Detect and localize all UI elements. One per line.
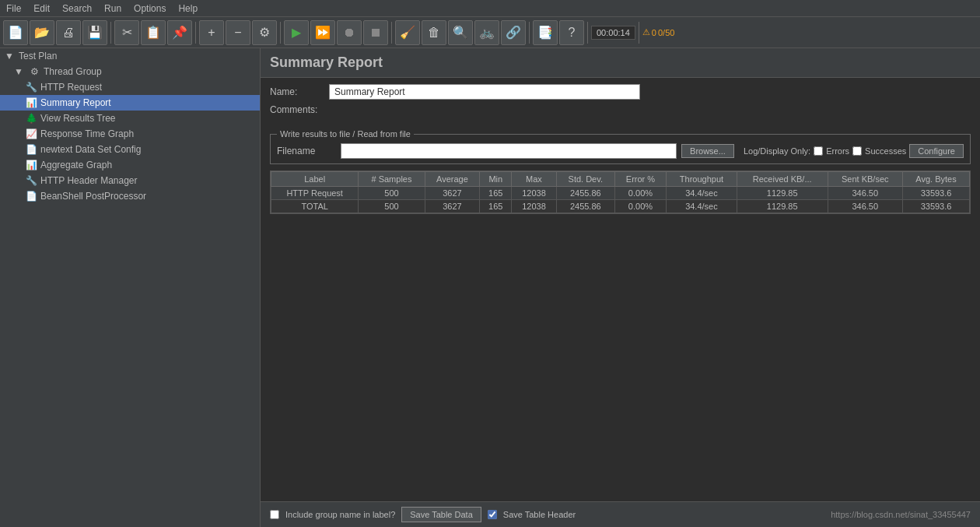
- report-button[interactable]: 📑: [533, 20, 558, 45]
- clear-button[interactable]: 🧹: [395, 20, 420, 45]
- table-cell: 1129.85: [737, 200, 828, 213]
- sidebar-item-thread-group[interactable]: ▼ ⚙ Thread Group: [0, 64, 260, 79]
- content-area: Summary Report Name: Comments: Write res…: [261, 48, 980, 527]
- sidebar-item-response-time-graph[interactable]: 📈 Response Time Graph: [0, 126, 260, 142]
- sidebar-item-http-request[interactable]: 🔧 HTTP Request: [0, 79, 260, 95]
- newtext-data-set-icon: 📄: [25, 143, 37, 156]
- clear-all-button[interactable]: 🗑: [422, 20, 446, 45]
- open-button[interactable]: 📂: [30, 20, 54, 45]
- thread-group-expand-icon: ▼: [12, 65, 25, 78]
- file-section: Write results to file / Read from file F…: [270, 129, 971, 164]
- paste-button[interactable]: 📌: [167, 20, 192, 45]
- play-all-button[interactable]: ⏩: [310, 20, 335, 45]
- cut-button[interactable]: ✂: [114, 20, 139, 45]
- sidebar-view-results-tree-label: View Results Tree: [40, 113, 116, 124]
- separator-5: [529, 22, 530, 44]
- report-table: Label # Samples Average Min Max Std. Dev…: [271, 171, 970, 213]
- table-cell: 165: [480, 187, 512, 200]
- table-cell: 165: [480, 200, 512, 213]
- sidebar-item-http-header-manager[interactable]: 🔧 HTTP Header Manager: [0, 173, 260, 188]
- shutdown-button[interactable]: ⏹: [363, 20, 388, 45]
- warning-icon: ⚠: [642, 27, 650, 37]
- report-header: Summary Report: [261, 48, 980, 78]
- sidebar-item-summary-report[interactable]: 📊 Summary Report: [0, 95, 260, 111]
- log-display-section: Log/Display Only: Errors Successes Confi…: [744, 144, 964, 158]
- include-group-checkbox[interactable]: [270, 510, 279, 519]
- table-cell: TOTAL: [271, 200, 359, 213]
- menu-options[interactable]: Options: [128, 2, 172, 16]
- report-form: Name: Comments:: [261, 78, 980, 126]
- sidebar-item-newtext-data-set[interactable]: 📄 newtext Data Set Config: [0, 142, 260, 157]
- file-row: Filename Browse... Log/Display Only: Err…: [277, 143, 964, 159]
- menu-help[interactable]: Help: [172, 2, 204, 16]
- separator-3: [280, 22, 281, 44]
- table-cell: 3627: [425, 187, 480, 200]
- separator-6: [587, 22, 588, 44]
- sidebar-thread-group-label: Thread Group: [44, 66, 102, 77]
- bottom-bar: Include group name in label? Save Table …: [261, 501, 980, 527]
- col-throughput: Throughput: [666, 172, 737, 187]
- help-button[interactable]: ?: [559, 20, 584, 45]
- table-cell: 346.50: [828, 187, 903, 200]
- play-button[interactable]: ▶: [284, 20, 309, 45]
- response-time-graph-icon: 📈: [25, 128, 37, 140]
- http-header-manager-icon: 🔧: [25, 174, 37, 187]
- menu-run[interactable]: Run: [98, 2, 128, 16]
- save-button[interactable]: 💾: [82, 20, 107, 45]
- name-input[interactable]: [329, 84, 640, 100]
- table-cell: 34.4/sec: [666, 187, 737, 200]
- beanshell-post-icon: 📄: [25, 190, 37, 202]
- remove-button[interactable]: −: [226, 20, 250, 45]
- warning-count: 0: [652, 28, 656, 37]
- test-plan-icon: ▼: [3, 50, 16, 62]
- filename-label: Filename: [277, 146, 331, 156]
- print-button[interactable]: 🖨: [56, 20, 81, 45]
- save-table-header-checkbox[interactable]: [488, 510, 497, 519]
- col-samples: # Samples: [359, 172, 425, 187]
- col-sent-kb: Sent KB/sec: [828, 172, 903, 187]
- sidebar-item-aggregate-graph[interactable]: 📊 Aggregate Graph: [0, 157, 260, 173]
- browse-button[interactable]: Browse...: [681, 144, 734, 158]
- report-title: Summary Report: [270, 54, 971, 71]
- table-cell: 2455.86: [556, 200, 614, 213]
- thread-group-icon: ⚙: [28, 65, 40, 78]
- sidebar-http-request-label: HTTP Request: [40, 82, 102, 93]
- menu-search[interactable]: Search: [56, 2, 98, 16]
- copy-button[interactable]: 📋: [141, 20, 166, 45]
- table-cell: 12038: [512, 187, 556, 200]
- sidebar-item-view-results-tree[interactable]: 🌲 View Results Tree: [0, 111, 260, 126]
- successes-label: Successes: [865, 146, 906, 156]
- col-max: Max: [512, 172, 556, 187]
- menu-bar: File Edit Search Run Options Help: [0, 0, 980, 17]
- toolbar: 📄 📂 🖨 💾 ✂ 📋 📌 + − ⚙ ▶ ⏩ ⏺ ⏹ 🧹 🗑 🔍 🚲 🔗 📑 …: [0, 17, 980, 48]
- http-request-icon: 🔧: [25, 81, 37, 93]
- stop-button[interactable]: ⏺: [337, 20, 362, 45]
- remote2-button[interactable]: 🔗: [501, 20, 526, 45]
- save-table-data-button[interactable]: Save Table Data: [401, 507, 481, 522]
- new-button[interactable]: 📄: [3, 20, 28, 45]
- successes-checkbox[interactable]: [852, 146, 862, 156]
- configure-button[interactable]: Configure: [909, 144, 964, 158]
- table-cell: 0.00%: [614, 200, 666, 213]
- add-button[interactable]: +: [199, 20, 224, 45]
- sidebar-item-beanshell-post[interactable]: 📄 BeanShell PostProcessor: [0, 188, 260, 204]
- menu-file[interactable]: File: [0, 2, 27, 16]
- errors-checkbox[interactable]: [814, 146, 823, 156]
- content-spacer: [261, 217, 980, 501]
- name-row: Name:: [270, 84, 971, 100]
- warning-display: ⚠ 0 0/50: [642, 27, 675, 37]
- separator-4: [391, 22, 392, 44]
- filename-input[interactable]: [341, 143, 677, 159]
- col-std-dev: Std. Dev.: [556, 172, 614, 187]
- sidebar-response-time-graph-label: Response Time Graph: [40, 128, 134, 139]
- settings-button[interactable]: ⚙: [252, 20, 277, 45]
- sidebar-item-test-plan[interactable]: ▼ Test Plan: [0, 48, 260, 64]
- menu-edit[interactable]: Edit: [27, 2, 56, 16]
- remote-button[interactable]: 🚲: [474, 20, 499, 45]
- table-cell: 12038: [512, 200, 556, 213]
- sidebar-beanshell-post-label: BeanShell PostProcessor: [40, 191, 146, 202]
- table-cell: 2455.86: [556, 187, 614, 200]
- table-row: HTTP Request5003627165120382455.860.00%3…: [271, 187, 970, 200]
- search-button[interactable]: 🔍: [448, 20, 473, 45]
- save-table-header-label: Save Table Header: [503, 510, 576, 519]
